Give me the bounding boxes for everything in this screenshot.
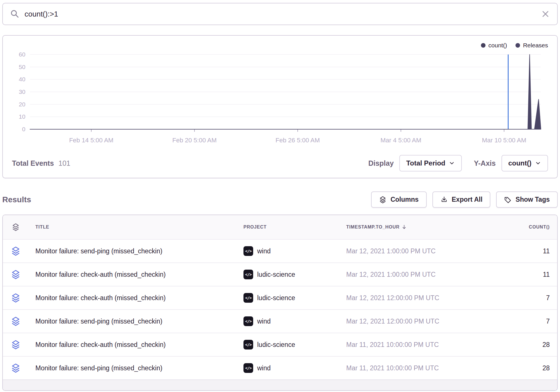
svg-text:Mar 10 5:00 AM: Mar 10 5:00 AM bbox=[482, 137, 526, 144]
project-platform-icon: </> bbox=[243, 363, 253, 373]
row-project-name: ludic-science bbox=[257, 271, 295, 278]
row-title[interactable]: Monitor failure: send-ping (missed_check… bbox=[29, 318, 243, 325]
chart-footer: Total Events 101 Display Total Period Y-… bbox=[3, 149, 557, 178]
show-tags-button-label: Show Tags bbox=[515, 196, 550, 203]
svg-text:Feb 26 5:00 AM: Feb 26 5:00 AM bbox=[275, 137, 320, 144]
display-label: Display bbox=[368, 159, 394, 167]
row-timestamp: Mar 12, 2021 1:00:00 PM UTC bbox=[346, 271, 481, 278]
project-platform-icon: </> bbox=[243, 246, 253, 256]
close-icon[interactable] bbox=[541, 10, 550, 18]
columns-button-label: Columns bbox=[390, 196, 418, 203]
table-body: Monitor failure: send-ping (missed_check… bbox=[3, 239, 557, 379]
yaxis-select[interactable]: count() bbox=[501, 155, 548, 171]
releases-legend-dot-icon bbox=[515, 43, 520, 48]
tag-icon bbox=[504, 196, 511, 203]
row-title[interactable]: Monitor failure: check-auth (missed_chec… bbox=[29, 341, 243, 349]
yaxis-label: Y-Axis bbox=[474, 159, 495, 167]
events-chart: 0102030405060Feb 14 5:00 AMFeb 20 5:00 A… bbox=[3, 36, 557, 150]
export-all-button-label: Export All bbox=[452, 196, 483, 203]
legend-label: Releases bbox=[523, 42, 548, 49]
total-events-value: 101 bbox=[59, 159, 70, 167]
svg-text:30: 30 bbox=[19, 88, 25, 95]
table-row[interactable]: Monitor failure: check-auth (missed_chec… bbox=[3, 333, 557, 356]
results-header: Results Columns Export All bbox=[2, 191, 558, 208]
svg-text:Feb 14 5:00 AM: Feb 14 5:00 AM bbox=[69, 137, 113, 144]
row-project-name: wind bbox=[257, 318, 271, 325]
discover-page: count() Releases 0102030405060Feb 14 5:0… bbox=[0, 0, 560, 391]
sort-arrow-down-icon bbox=[401, 224, 407, 230]
row-count: 28 bbox=[481, 341, 557, 349]
search-icon bbox=[10, 9, 19, 19]
project-platform-icon: </> bbox=[243, 316, 253, 326]
project-platform-icon: </> bbox=[243, 270, 253, 279]
search-input[interactable] bbox=[25, 10, 541, 19]
svg-text:40: 40 bbox=[19, 76, 25, 82]
table-row[interactable]: Monitor failure: send-ping (missed_check… bbox=[3, 356, 557, 379]
row-count: 7 bbox=[481, 294, 557, 302]
svg-text:50: 50 bbox=[19, 64, 25, 70]
row-title[interactable]: Monitor failure: check-auth (missed_chec… bbox=[29, 271, 243, 278]
chart-legend: count() Releases bbox=[481, 42, 548, 49]
svg-text:20: 20 bbox=[19, 101, 25, 108]
legend-item-releases[interactable]: Releases bbox=[515, 42, 548, 49]
row-timestamp: Mar 12, 2021 12:00:00 PM UTC bbox=[346, 318, 481, 325]
legend-item-count[interactable]: count() bbox=[481, 42, 507, 49]
stack-icon bbox=[12, 223, 20, 231]
columns-button[interactable]: Columns bbox=[371, 191, 426, 208]
column-header-count[interactable]: COUNT() bbox=[481, 225, 557, 230]
chevron-down-icon bbox=[449, 160, 455, 166]
row-project-name: wind bbox=[257, 364, 271, 372]
row-project-name: wind bbox=[257, 247, 271, 255]
column-header-timestamp[interactable]: TIMESTAMP.TO_HOUR bbox=[346, 224, 481, 230]
display-select[interactable]: Total Period bbox=[399, 155, 462, 171]
row-project-name: ludic-science bbox=[257, 341, 295, 349]
stack-column-header[interactable] bbox=[3, 223, 29, 231]
svg-text:Feb 20 5:00 AM: Feb 20 5:00 AM bbox=[172, 137, 217, 144]
results-table: TITLE PROJECT TIMESTAMP.TO_HOUR COUNT() … bbox=[2, 215, 558, 391]
row-count: 11 bbox=[481, 271, 557, 278]
row-title[interactable]: Monitor failure: send-ping (missed_check… bbox=[29, 247, 243, 255]
results-actions: Columns Export All Show Tags bbox=[371, 191, 558, 208]
row-count: 7 bbox=[481, 318, 557, 325]
search-bar bbox=[2, 3, 558, 25]
project-platform-icon: </> bbox=[243, 340, 253, 349]
stack-icon bbox=[11, 340, 21, 349]
row-timestamp: Mar 11, 2021 10:00:00 PM UTC bbox=[346, 364, 481, 372]
row-timestamp: Mar 12, 2021 12:00:00 PM UTC bbox=[346, 294, 481, 302]
count-legend-dot-icon bbox=[481, 43, 486, 48]
table-row[interactable]: Monitor failure: check-auth (missed_chec… bbox=[3, 286, 557, 309]
legend-label: count() bbox=[488, 42, 507, 49]
column-header-timestamp-label: TIMESTAMP.TO_HOUR bbox=[346, 225, 400, 230]
stack-icon bbox=[11, 246, 21, 256]
stack-icon bbox=[11, 270, 21, 279]
svg-text:60: 60 bbox=[19, 51, 25, 58]
show-tags-button[interactable]: Show Tags bbox=[496, 191, 558, 208]
column-header-title[interactable]: TITLE bbox=[29, 225, 243, 230]
display-select-value: Total Period bbox=[406, 159, 445, 167]
row-title[interactable]: Monitor failure: check-auth (missed_chec… bbox=[29, 294, 243, 302]
table-row[interactable]: Monitor failure: check-auth (missed_chec… bbox=[3, 262, 557, 286]
table-row[interactable]: Monitor failure: send-ping (missed_check… bbox=[3, 239, 557, 262]
svg-text:0: 0 bbox=[22, 126, 25, 132]
project-platform-icon: </> bbox=[243, 293, 253, 303]
svg-text:10: 10 bbox=[19, 113, 25, 120]
row-count: 11 bbox=[481, 247, 557, 255]
row-title[interactable]: Monitor failure: send-ping (missed_check… bbox=[29, 364, 243, 372]
yaxis-select-value: count() bbox=[508, 159, 531, 167]
table-row[interactable]: Monitor failure: send-ping (missed_check… bbox=[3, 309, 557, 333]
stack-icon bbox=[11, 316, 21, 326]
column-header-project[interactable]: PROJECT bbox=[243, 225, 346, 230]
stack-icon bbox=[11, 363, 21, 373]
events-chart-panel: count() Releases 0102030405060Feb 14 5:0… bbox=[2, 35, 558, 178]
svg-text:Mar 4 5:00 AM: Mar 4 5:00 AM bbox=[380, 137, 421, 144]
stack-icon bbox=[379, 196, 386, 203]
row-timestamp: Mar 11, 2021 10:00:00 PM UTC bbox=[346, 341, 481, 349]
chevron-down-icon bbox=[535, 160, 541, 166]
results-title: Results bbox=[2, 195, 31, 204]
stack-icon bbox=[11, 293, 21, 303]
export-all-button[interactable]: Export All bbox=[432, 191, 491, 208]
row-project-name: ludic-science bbox=[257, 294, 295, 302]
table-header-row: TITLE PROJECT TIMESTAMP.TO_HOUR COUNT() bbox=[3, 215, 557, 239]
table-footer bbox=[3, 379, 557, 390]
download-icon bbox=[440, 196, 448, 203]
